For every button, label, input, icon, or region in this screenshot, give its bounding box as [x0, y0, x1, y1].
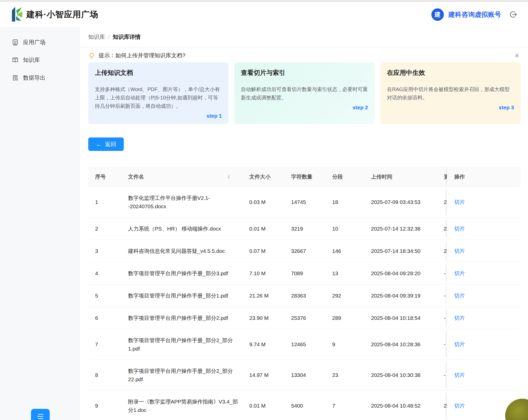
card-title: 在应用中生效 [387, 68, 514, 77]
menu-fold-icon [36, 413, 45, 420]
cell-seq: 6 [88, 315, 122, 321]
step-badge: step 1 [95, 113, 222, 119]
slice-link[interactable]: 切片 [454, 402, 465, 409]
sidebar-item-app-plaza[interactable]: 应用广场 [0, 33, 80, 51]
back-button[interactable]: ← 返回 [88, 137, 124, 151]
close-icon[interactable]: × [513, 51, 521, 60]
step-badge: step 2 [241, 104, 368, 111]
cell-filesize: 0.01 M [243, 226, 285, 232]
sidebar-item-knowledge-base[interactable]: 知识库 [0, 51, 80, 69]
step-card-slices: 查看切片与索引 自动解析成功后可查看切片数量与索引状态，必要时可重新生成或调整配… [234, 62, 375, 124]
lightbulb-icon [88, 52, 95, 59]
sidebar-item-data-export[interactable]: 数据导出 [0, 69, 80, 87]
slice-link[interactable]: 切片 [454, 341, 465, 348]
cell-segments: 18 [327, 199, 365, 205]
app-plaza-icon [12, 39, 19, 46]
table-row: 5 数字项目管理平台用户操作手册_部分1.pdf 21.26 M 28363 2… [88, 285, 521, 307]
cell-filename: 附录一《数字监理APP简易操作指南》V3.4_部分1.doc [122, 391, 243, 420]
cell-uploadtime: 2025-08-04 09:28:20 [365, 270, 443, 276]
main-content: 知识库 / 知识库详情 提示：如何上传并管理知识库文档? × 上传知识文档 [80, 27, 528, 420]
table-row: 1 数字化监理工作平台操作手册V2.1--20240705.docx 0.03 … [88, 187, 521, 218]
cell-seq: 3 [88, 248, 122, 254]
table-row: 8 数字项目管理平台用户操作手册_部分2_部分22.pdf 14.97 M 13… [88, 360, 521, 391]
header-uploadtime: 上传时间 [365, 173, 443, 180]
book-icon [12, 57, 19, 64]
cell-charcount: 12465 [285, 341, 327, 347]
cell-filename: 数字项目管理平台用户操作手册_部分2_部分22.pdf [122, 360, 243, 390]
step-card-apply: 在应用中生效 在RAG应用中切片将会被模型检索并召回，形成大模型对话的依据语料。… [380, 62, 521, 124]
cell-charcount: 13304 [285, 372, 327, 378]
cell-actions: 切片 [447, 218, 521, 240]
filename-text: 数字项目管理平台用户操作手册_部分2_部分1.pdf [128, 336, 240, 353]
slice-link[interactable]: 切片 [454, 248, 465, 255]
tip-label: 提示：如何上传并管理知识库文档? [99, 52, 185, 59]
cell-segments: 23 [327, 372, 365, 378]
slice-link[interactable]: 切片 [454, 225, 465, 232]
filename-text: 数字化监理工作平台操作手册V2.1--20240705.docx [128, 194, 240, 211]
cell-charcount: 7089 [285, 270, 327, 276]
cell-actions: 切片 [447, 187, 521, 217]
sidebar-item-label: 应用广场 [23, 39, 45, 46]
cell-seq: 8 [88, 372, 122, 378]
cell-charcount: 5400 [285, 403, 327, 409]
header-filename: 文件名 ▲▼ [122, 172, 243, 181]
step-badge: step 3 [387, 104, 514, 111]
cell-uploadtime: 2025-07-09 03:43:53 [365, 199, 443, 205]
cell-segments: 289 [327, 315, 365, 321]
cell-actions: 切片 [447, 307, 521, 329]
divider [241, 81, 368, 81]
breadcrumb: 知识库 / 知识库详情 [88, 27, 521, 47]
slice-link[interactable]: 切片 [454, 292, 465, 299]
sort-carets-icon[interactable]: ▲▼ [227, 174, 230, 179]
slice-link[interactable]: 切片 [454, 314, 465, 322]
brand: 建科·小智应用广场 [12, 6, 98, 23]
header-filesize: 文件大小 [243, 173, 285, 180]
user-avatar[interactable]: 建 [431, 8, 444, 21]
sidebar-collapse-button[interactable] [31, 409, 50, 420]
card-title: 查看切片与索引 [241, 68, 368, 77]
sidebar-item-label: 知识库 [23, 56, 40, 64]
cell-seq: 1 [88, 199, 122, 205]
slice-link[interactable]: 切片 [454, 199, 465, 206]
cell-filename: 人力系统（PS、HR） 移动端操作.docx [122, 218, 243, 240]
cell-charcount: 32667 [285, 248, 327, 254]
cell-filename: 数字项目管理平台用户操作手册_部分2_部分1.pdf [122, 329, 243, 360]
slice-link[interactable]: 切片 [454, 372, 465, 379]
header-seq: 序号 [88, 173, 122, 180]
cell-actions: 切片 [447, 262, 521, 284]
cell-segments: 9 [327, 341, 365, 347]
cell-seq: 4 [88, 270, 122, 276]
user-name[interactable]: 建科咨询虚拟账号 [448, 10, 501, 19]
cell-filesize: 0.07 M [243, 248, 285, 254]
cell-seq: 7 [88, 341, 122, 347]
filename-text: 数字项目管理平台用户操作手册_部分2_部分22.pdf [128, 367, 240, 383]
cell-filesize: 7.10 M [243, 270, 285, 276]
documents-table: 序号 文件名 ▲▼ 文件大小 字符数量 分段 上传时间 更 操作 1 数字化监理… [88, 167, 521, 420]
cell-segments: 146 [327, 248, 365, 254]
card-body: 支持多种格式（Word、PDF、图片等），单个/总大小有上限，上传后自动处理（约… [95, 85, 222, 110]
cell-seq: 9 [88, 403, 122, 409]
sidebar-item-label: 数据导出 [23, 74, 45, 82]
breadcrumb-current: 知识库详情 [113, 33, 140, 41]
top-bar: 建科·小智应用广场 建 建科咨询虚拟账号 [0, 2, 528, 27]
table-row: 2 人力系统（PS、HR） 移动端操作.docx 0.01 M 3219 10 … [88, 218, 521, 240]
cell-filename: 数字化监理工作平台操作手册V2.1--20240705.docx [122, 187, 243, 217]
cell-filesize: 9.74 M [243, 341, 285, 347]
sidebar: 应用广场 知识库 [0, 27, 80, 420]
cell-actions: 切片 [447, 285, 521, 307]
cell-filesize: 21.26 M [243, 293, 285, 299]
breadcrumb-separator: / [108, 34, 110, 40]
table-row: 7 数字项目管理平台用户操作手册_部分2_部分1.pdf 9.74 M 1246… [88, 329, 521, 360]
breadcrumb-parent[interactable]: 知识库 [88, 33, 105, 41]
cell-uploadtime: 2025-07-14 12:32:38 [365, 226, 443, 232]
cell-segments: 7 [327, 403, 365, 409]
cell-segments: 10 [327, 226, 365, 232]
header-segments: 分段 [327, 173, 365, 180]
slice-link[interactable]: 切片 [454, 270, 465, 277]
logout-icon[interactable] [509, 10, 517, 19]
cell-seq: 5 [88, 293, 122, 299]
step-card-upload: 上传知识文档 支持多种格式（Word、PDF、图片等），单个/总大小有上限，上传… [88, 62, 228, 124]
cell-filesize: 14.97 M [243, 372, 285, 378]
table-row: 4 数字项目管理平台用户操作手册_部分3.pdf 7.10 M 7089 13 … [88, 262, 521, 285]
filename-text: 附录一《数字监理APP简易操作指南》V3.4_部分1.doc [128, 397, 240, 414]
